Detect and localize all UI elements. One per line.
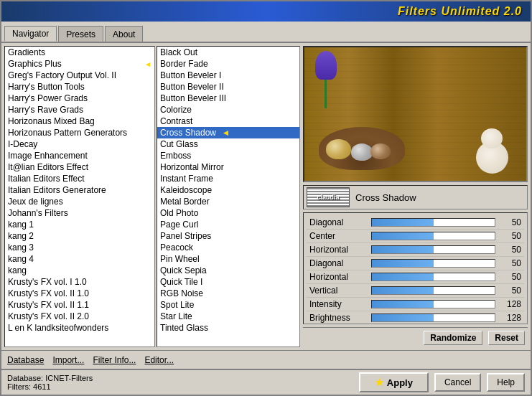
middle-list-item[interactable]: Button Beveler I	[157, 70, 299, 81]
egg-2	[351, 143, 373, 161]
middle-list-item[interactable]: Button Beveler II	[157, 81, 299, 93]
param-bar-fill	[372, 219, 434, 226]
param-name: Diagonal	[309, 217, 367, 227]
middle-list-item[interactable]: Black Out	[157, 47, 299, 58]
left-list-item[interactable]: Harry's Button Tools	[5, 81, 154, 93]
filter-info-link[interactable]: Filter Info...	[93, 355, 136, 365]
param-row: Horizontal50	[307, 270, 524, 284]
middle-list-item[interactable]: Emboss	[157, 150, 299, 161]
left-list-item[interactable]: Jeux de lignes	[5, 196, 154, 207]
left-list-item[interactable]: Italian Editors Generatore	[5, 184, 154, 196]
tab-navigator[interactable]: Navigator	[4, 26, 57, 42]
left-list-item[interactable]: Graphics Plus◄	[5, 58, 154, 70]
left-list-item[interactable]: kang 3	[5, 242, 154, 253]
param-bar-fill	[372, 260, 434, 267]
param-bar[interactable]	[371, 218, 495, 227]
left-list-item[interactable]: Harry's Power Grads	[5, 93, 154, 104]
reset-button[interactable]: Reset	[488, 331, 525, 345]
middle-list-item[interactable]: Horizontal Mirror	[157, 161, 299, 173]
chick-head	[481, 128, 503, 148]
left-list-item[interactable]: Harry's Rave Grads	[5, 104, 154, 116]
left-list-item[interactable]: Horizonaus Mixed Bag	[5, 116, 154, 127]
left-list-item[interactable]: Gradients	[5, 47, 154, 58]
param-bar[interactable]	[371, 314, 495, 322]
middle-list-item[interactable]: Cross Shadow ◄	[157, 127, 299, 138]
param-value: 50	[500, 217, 521, 227]
param-name: Brightness	[309, 313, 367, 323]
middle-list-item[interactable]: Cut Glass	[157, 138, 299, 150]
content-area: GradientsGraphics Plus◄Greg's Factory Ou…	[1, 43, 531, 350]
help-button[interactable]: Help	[487, 373, 525, 392]
left-list-item[interactable]: Italian Editors Effect	[5, 173, 154, 184]
left-list-item[interactable]: kang 4	[5, 253, 154, 265]
middle-list-item[interactable]: Contrast	[157, 116, 299, 127]
filter-categories-list[interactable]: GradientsGraphics Plus◄Greg's Factory Ou…	[4, 46, 155, 347]
param-bar[interactable]	[371, 232, 495, 240]
param-bar-fill	[372, 246, 434, 253]
database-value: ICNET-Filters	[45, 374, 93, 382]
filter-names-list[interactable]: Black OutBorder FadeButton Beveler IButt…	[157, 46, 300, 347]
left-list-item[interactable]: Horizonaus Pattern Generators	[5, 127, 154, 138]
app-title: Filters Unlimited 2.0	[398, 5, 522, 18]
middle-list-item[interactable]: Tinted Glass	[157, 322, 299, 334]
left-list-item[interactable]: kang	[5, 265, 154, 276]
middle-list-item[interactable]: Instant Frame	[157, 173, 299, 184]
param-bar[interactable]	[371, 300, 495, 308]
apply-button[interactable]: ★ Apply	[359, 372, 429, 392]
param-bar-fill	[372, 232, 434, 240]
middle-list-item[interactable]: Colorize	[157, 104, 299, 116]
status-info: Database: ICNET-Filters Filters: 4611	[7, 374, 353, 391]
middle-list-item[interactable]: Button Beveler III	[157, 93, 299, 104]
left-list-item[interactable]: Greg's Factory Output Vol. II	[5, 70, 154, 81]
preview-area	[303, 46, 528, 182]
param-name: Vertical	[309, 286, 367, 296]
left-list-item[interactable]: I-Decay	[5, 138, 154, 150]
left-list-item[interactable]: Krusty's FX vol. II 1.1	[5, 299, 154, 311]
middle-list-item[interactable]: Peacock	[157, 242, 299, 253]
middle-list-item[interactable]: Panel Stripes	[157, 230, 299, 242]
left-list-item[interactable]: L en K landksiteofwonders	[5, 322, 154, 334]
left-list-item[interactable]: Johann's Filters	[5, 207, 154, 219]
middle-list-item[interactable]: Old Photo	[157, 207, 299, 219]
database-link[interactable]: Database	[7, 355, 44, 365]
middle-list-item[interactable]: Quick Sepia	[157, 265, 299, 276]
randomize-button[interactable]: Randomize	[424, 331, 482, 345]
middle-list-item[interactable]: Star Lite	[157, 311, 299, 322]
param-row: Diagonal50	[307, 257, 524, 270]
left-list-item[interactable]: kang 2	[5, 230, 154, 242]
active-filter-name: Cross Shadow	[353, 192, 416, 203]
param-value: 50	[500, 231, 521, 241]
param-value: 50	[500, 245, 521, 255]
param-bar-fill	[372, 287, 434, 294]
param-bar[interactable]	[371, 273, 495, 281]
left-list-item[interactable]: Krusty's FX vol. II 1.0	[5, 288, 154, 299]
tab-presets[interactable]: Presets	[58, 26, 103, 42]
left-list-item[interactable]: Krusty's FX vol. II 2.0	[5, 311, 154, 322]
cancel-button[interactable]: Cancel	[434, 373, 481, 392]
middle-list-item[interactable]: Metal Border	[157, 196, 299, 207]
import-link[interactable]: Import...	[52, 355, 84, 365]
middle-list-item[interactable]: Page Curl	[157, 219, 299, 230]
middle-list-item[interactable]: Kaleidoscope	[157, 184, 299, 196]
param-bar[interactable]	[371, 259, 495, 268]
param-row: Center50	[307, 230, 524, 243]
middle-list-item[interactable]: Spot Lite	[157, 299, 299, 311]
filter-name-bar: claudia Cross Shadow	[303, 185, 528, 209]
param-bar-fill	[372, 301, 434, 308]
left-list-item[interactable]: Krusty's FX vol. I 1.0	[5, 276, 154, 288]
tab-about[interactable]: About	[105, 26, 143, 42]
param-value: 50	[500, 258, 521, 268]
left-list-item[interactable]: kang 1	[5, 219, 154, 230]
filters-info: Filters: 4611	[7, 382, 353, 391]
left-list-item[interactable]: Image Enhancement	[5, 150, 154, 161]
middle-list-item[interactable]: Border Fade	[157, 58, 299, 70]
middle-list-item[interactable]: Pin Wheel	[157, 253, 299, 265]
left-list-item[interactable]: It@lian Editors Effect	[5, 161, 154, 173]
param-row: Brightness128	[307, 311, 524, 324]
param-bar[interactable]	[371, 286, 495, 295]
param-bar-fill	[372, 273, 434, 280]
middle-list-item[interactable]: Quick Tile I	[157, 276, 299, 288]
param-bar[interactable]	[371, 245, 495, 254]
middle-list-item[interactable]: RGB Noise	[157, 288, 299, 299]
editor-link[interactable]: Editor...	[144, 355, 174, 365]
